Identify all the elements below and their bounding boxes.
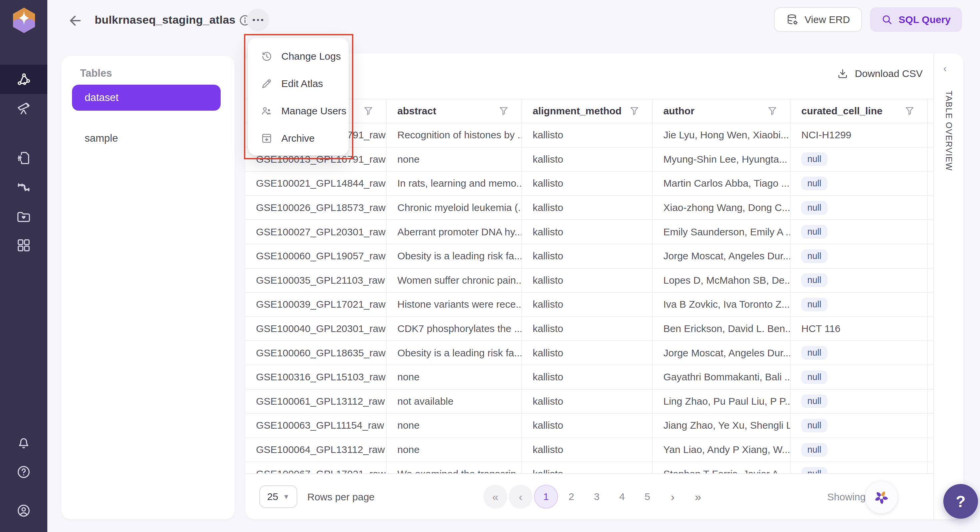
cell-alignment-method: kallisto [522,244,653,268]
rows-per-page-select[interactable]: 25 ▼ [259,485,298,508]
sidebar [0,0,47,532]
table-overview-label[interactable]: TABLE OVERVIEW [944,91,954,171]
view-erd-button[interactable]: View ERD [774,7,862,32]
table-row[interactable]: GSE100316_GPL15103_raw none kallisto Gay… [245,365,933,390]
download-csv-button[interactable]: Download CSV [837,68,923,79]
cell-curated-cell-line: null [801,152,827,166]
next-page-button[interactable]: › [661,485,685,509]
brand-pinwheel-logo[interactable] [865,481,897,513]
table-item-dataset[interactable]: dataset [72,84,221,111]
table-row[interactable]: GSE100039_GPL17021_raw Histone variants … [245,293,933,317]
table-item-sample[interactable]: sample [72,125,221,151]
page-number-button[interactable]: 4 [610,485,634,509]
file-settings-icon [16,150,31,166]
column-header-alignment-method[interactable]: alignment_method [522,99,653,123]
tables-panel-title: Tables [80,67,112,79]
filter-icon[interactable] [500,107,508,115]
cell-alignment-method: kallisto [522,317,653,341]
table-row[interactable]: GSE100027_GPL20301_raw Aberrant promoter… [245,220,933,244]
cell-curated-cell-line: null [801,346,827,360]
sidebar-item-file-processing[interactable] [0,143,47,173]
filter-icon[interactable] [768,107,777,115]
atlas-network-icon [16,72,31,87]
more-options-button[interactable] [247,9,269,31]
cell-alignment-method: kallisto [522,123,653,147]
menu-item-archive[interactable]: Archive [248,125,348,152]
cell-abstract: Recognition of histones by ... [387,123,522,147]
page-number-button[interactable]: 3 [585,485,609,509]
table-row[interactable]: GSE100026_GPL18573_raw Chronic myeloid l… [245,196,933,220]
table-row[interactable]: GSE100040_GPL20301_raw CDK7 phosphorylat… [245,317,933,341]
filter-icon[interactable] [905,107,914,115]
cell-alignment-method: kallisto [522,196,653,220]
cell-alignment-method: kallisto [522,341,653,365]
back-button[interactable] [67,13,83,29]
cell-dataset-id: GSE100063_GPL11154_raw [245,414,387,437]
filter-icon[interactable] [630,107,639,115]
table-row[interactable]: GSE100064_GPL13112_raw none kallisto Yan… [245,438,933,462]
sidebar-item-account[interactable] [0,496,47,525]
cell-author: Jorge Moscat, Angeles Dur... [653,341,791,365]
database-gear-icon [786,13,799,26]
cell-author: Ling Zhao, Pu Paul Liu, P P... [653,390,791,413]
table-row[interactable]: GSE100021_GPL14844_raw In rats, learning… [245,172,933,196]
sidebar-item-collections[interactable] [0,202,47,231]
cell-abstract: none [387,365,522,389]
first-page-button[interactable]: « [483,485,508,509]
table-overview-rail: ‹ TABLE OVERVIEW [933,53,963,519]
cell-curated-cell-line: null [801,273,827,287]
sql-query-button[interactable]: SQL Query [870,7,962,32]
table-row[interactable]: GSE100063_GPL11154_raw none kallisto Jia… [245,414,933,438]
rail-collapse-button[interactable]: ‹ [943,63,947,73]
sidebar-item-notifications[interactable] [0,428,47,457]
menu-item-change-logs[interactable]: Change Logs [248,43,348,70]
folder-heart-icon [16,209,31,225]
table-row[interactable]: GSE100060_GPL19057_raw Obesity is a lead… [245,244,933,269]
table-row[interactable]: GSE100067_GPL17021_raw We examined the t… [245,462,933,473]
cell-curated-cell-line: null [801,467,827,473]
cell-dataset-id: GSE100060_GPL18635_raw [245,341,387,365]
sidebar-item-help[interactable] [0,457,47,487]
table-row[interactable]: GSE100060_GPL18635_raw Obesity is a lead… [245,341,933,365]
sidebar-item-apps[interactable] [0,231,47,260]
cell-curated-cell-line: null [801,225,827,239]
table-row[interactable]: GSE100035_GPL21103_raw Women suffer chro… [245,269,933,293]
context-menu: Change Logs Edit Atlas Manage Users Arch… [248,38,348,155]
cell-curated-cell-line: null [801,177,827,190]
pencil-icon [261,78,273,90]
app-logo-hexagon[interactable] [11,7,37,33]
column-header-abstract[interactable]: abstract [387,99,522,123]
menu-item-manage-users[interactable]: Manage Users [248,97,348,125]
bell-icon [16,435,31,450]
sidebar-item-pipelines[interactable] [0,173,47,202]
cell-author: Ben Erickson, David L. Ben... [653,317,791,341]
column-header-curated-cell-line[interactable]: curated_cell_line [791,99,928,123]
sql-query-label: SQL Query [899,14,951,25]
cell-abstract: none [387,438,522,462]
cell-curated-cell-line: null [801,249,827,263]
prev-page-button[interactable]: ‹ [509,485,533,509]
account-icon [16,503,31,518]
cell-abstract: We examined the transcrip... [387,462,522,473]
cell-alignment-method: kallisto [522,172,653,195]
pager: « ‹ 12345 › » [483,485,710,509]
help-button[interactable]: ? [943,484,978,519]
cell-alignment-method: kallisto [522,462,653,473]
cell-alignment-method: kallisto [522,293,653,316]
search-icon [881,14,892,25]
sidebar-item-explore[interactable] [0,93,47,123]
cell-abstract: Histone variants were rece... [387,293,522,316]
table-row[interactable]: GSE100061_GPL13112_raw not available kal… [245,390,933,414]
rows-per-page-label: Rows per page [307,491,375,503]
column-header-author[interactable]: author [653,99,791,123]
last-page-button[interactable]: » [686,485,710,509]
table-body: GSE100012_GPL16791_raw Recognition of hi… [245,123,933,473]
menu-item-edit-atlas[interactable]: Edit Atlas [248,70,348,97]
filter-icon[interactable] [364,107,373,115]
page-number-button[interactable]: 5 [635,485,659,509]
cell-alignment-method: kallisto [522,220,653,244]
sidebar-item-atlases[interactable] [0,65,47,94]
page-number-button[interactable]: 1 [534,485,558,509]
page-number-button[interactable]: 2 [559,485,583,509]
cell-author: Jie Lyu, Hong Wen, Xiaobi... [653,123,791,147]
